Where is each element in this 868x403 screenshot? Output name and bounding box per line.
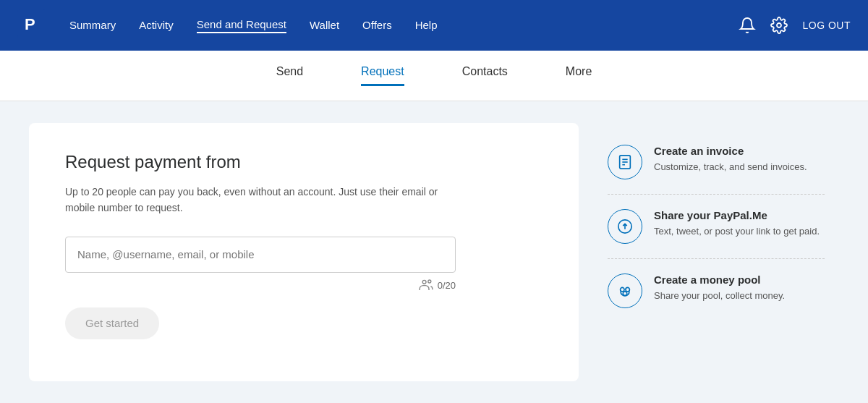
nav-right: LOG OUT <box>739 17 851 34</box>
people-icon <box>419 279 433 293</box>
svg-point-10 <box>621 287 625 292</box>
pool-desc: Share your pool, collect money. <box>654 289 785 303</box>
recipient-counter: 0/20 <box>438 280 456 291</box>
right-panel: Create an invoice Customize, track, and … <box>608 123 825 381</box>
subnav-contacts[interactable]: Contacts <box>462 65 508 86</box>
nav-activity[interactable]: Activity <box>139 19 174 33</box>
nav-help[interactable]: Help <box>415 19 438 33</box>
nav-summary[interactable]: Summary <box>69 19 116 33</box>
money-pool-icon <box>608 273 642 308</box>
nav-wallet[interactable]: Wallet <box>310 19 339 33</box>
share-title: Share your PayPal.Me <box>654 209 820 221</box>
invoice-title: Create an invoice <box>654 145 807 157</box>
request-payment-card: Request payment from Up to 20 people can… <box>29 123 579 381</box>
sub-navigation: Send Request Contacts More <box>0 51 868 101</box>
pool-text: Create a money pool Share your pool, col… <box>654 273 785 303</box>
get-started-button[interactable]: Get started <box>65 307 159 339</box>
nav-offers[interactable]: Offers <box>362 19 392 33</box>
svg-point-11 <box>626 287 630 292</box>
nav-send-request[interactable]: Send and Request <box>197 18 286 33</box>
card-description: Up to 20 people can pay you back, even w… <box>65 184 448 216</box>
recipient-input[interactable] <box>65 237 456 273</box>
svg-point-2 <box>777 23 781 27</box>
subnav-request[interactable]: Request <box>361 65 404 86</box>
counter-row: 0/20 <box>65 279 456 293</box>
share-icon <box>608 209 642 244</box>
invoice-text: Create an invoice Customize, track, and … <box>654 145 807 174</box>
pool-title: Create a money pool <box>654 273 785 286</box>
invoice-desc: Customize, track, and send invoices. <box>654 160 807 174</box>
money-pool-item[interactable]: Create a money pool Share your pool, col… <box>608 259 825 323</box>
main-content: Request payment from Up to 20 people can… <box>0 101 868 403</box>
invoice-item[interactable]: Create an invoice Customize, track, and … <box>608 130 825 195</box>
paypal-logo: P <box>17 9 69 41</box>
settings-gear-button[interactable] <box>770 17 788 34</box>
svg-point-3 <box>422 280 426 284</box>
svg-point-4 <box>427 280 430 283</box>
svg-point-12 <box>623 292 627 296</box>
notification-bell-button[interactable] <box>739 17 756 34</box>
logout-button[interactable]: LOG OUT <box>802 20 851 31</box>
share-paypalme-item[interactable]: Share your PayPal.Me Text, tweet, or pos… <box>608 195 825 259</box>
share-text: Share your PayPal.Me Text, tweet, or pos… <box>654 209 820 239</box>
share-desc: Text, tweet, or post your link to get pa… <box>654 224 820 239</box>
subnav-send[interactable]: Send <box>276 65 303 86</box>
invoice-icon <box>608 145 642 179</box>
svg-text:P: P <box>25 15 35 33</box>
card-title: Request payment from <box>65 152 542 172</box>
subnav-more[interactable]: More <box>566 65 592 86</box>
nav-links: Summary Activity Send and Request Wallet… <box>69 18 739 33</box>
top-navigation: P Summary Activity Send and Request Wall… <box>0 0 868 51</box>
